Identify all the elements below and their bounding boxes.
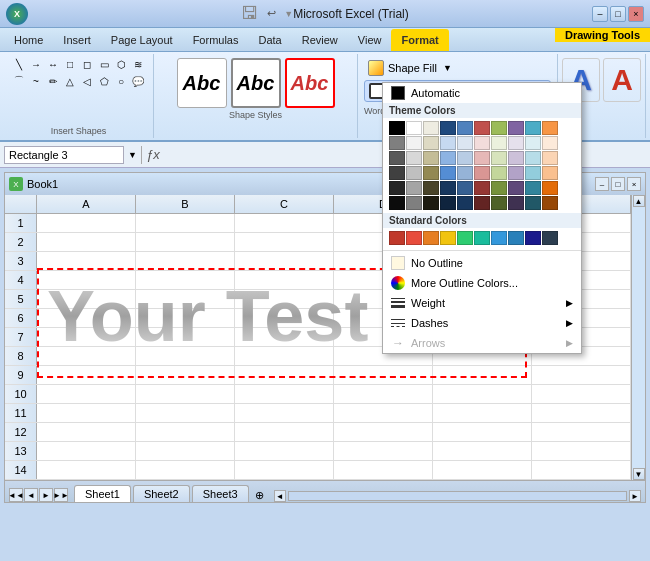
color-swatch[interactable] bbox=[474, 196, 490, 210]
weight-item[interactable]: Weight ▶ bbox=[383, 293, 581, 313]
more-colors-item[interactable]: More Outline Colors... bbox=[383, 273, 581, 293]
color-swatch[interactable] bbox=[508, 121, 524, 135]
sheet-nav-first[interactable]: ◄◄ bbox=[9, 488, 23, 502]
grid-cell[interactable] bbox=[433, 404, 532, 422]
col-c[interactable]: C bbox=[235, 195, 334, 213]
grid-cell[interactable] bbox=[334, 385, 433, 403]
color-swatch[interactable] bbox=[423, 196, 439, 210]
standard-color-swatch[interactable] bbox=[423, 231, 439, 245]
shape-style-btn-3[interactable]: Abc bbox=[285, 58, 335, 108]
color-swatch[interactable] bbox=[491, 196, 507, 210]
formula-dropdown-arrow[interactable]: ▼ bbox=[128, 150, 137, 160]
standard-color-swatch[interactable] bbox=[389, 231, 405, 245]
color-swatch[interactable] bbox=[525, 181, 541, 195]
undo-btn[interactable]: ↩ bbox=[267, 7, 276, 20]
standard-color-swatch[interactable] bbox=[508, 231, 524, 245]
grid-cell[interactable] bbox=[235, 423, 334, 441]
grid-cell[interactable] bbox=[532, 385, 631, 403]
color-swatch[interactable] bbox=[389, 151, 405, 165]
grid-cell[interactable] bbox=[532, 366, 631, 384]
color-swatch[interactable] bbox=[389, 121, 405, 135]
color-swatch[interactable] bbox=[457, 136, 473, 150]
color-swatch[interactable] bbox=[406, 166, 422, 180]
table-row[interactable]: 14 bbox=[5, 461, 631, 480]
round-rect-shape[interactable]: ▭ bbox=[96, 56, 112, 72]
shape-style-btn-1[interactable]: Abc bbox=[177, 58, 227, 108]
grid-cell[interactable] bbox=[235, 233, 334, 251]
color-swatch[interactable] bbox=[491, 151, 507, 165]
color-swatch[interactable] bbox=[508, 166, 524, 180]
grid-cell[interactable] bbox=[433, 385, 532, 403]
grid-cell[interactable] bbox=[235, 442, 334, 460]
arrow-shape[interactable]: → bbox=[28, 56, 44, 72]
color-swatch[interactable] bbox=[525, 196, 541, 210]
color-swatch[interactable] bbox=[440, 196, 456, 210]
color-swatch[interactable] bbox=[542, 136, 558, 150]
color-swatch[interactable] bbox=[508, 136, 524, 150]
grid-cell[interactable] bbox=[334, 404, 433, 422]
color-swatch[interactable] bbox=[474, 181, 490, 195]
color-swatch[interactable] bbox=[542, 166, 558, 180]
automatic-item[interactable]: Automatic bbox=[383, 83, 581, 103]
color-swatch[interactable] bbox=[440, 151, 456, 165]
color-swatch[interactable] bbox=[542, 151, 558, 165]
grid-cell[interactable] bbox=[433, 461, 532, 479]
color-swatch[interactable] bbox=[491, 121, 507, 135]
grid-cell[interactable] bbox=[433, 442, 532, 460]
grid-cell[interactable] bbox=[136, 404, 235, 422]
sheet-nav-prev[interactable]: ◄ bbox=[24, 488, 38, 502]
scroll-shape[interactable]: ≋ bbox=[130, 56, 146, 72]
grid-cell[interactable] bbox=[37, 404, 136, 422]
color-swatch[interactable] bbox=[406, 181, 422, 195]
sheet-nav-last[interactable]: ►► bbox=[54, 488, 68, 502]
grid-cell[interactable] bbox=[136, 423, 235, 441]
color-swatch[interactable] bbox=[491, 181, 507, 195]
table-row[interactable]: 10 bbox=[5, 385, 631, 404]
table-row[interactable]: 13 bbox=[5, 442, 631, 461]
sheet-tab-1[interactable]: Sheet1 bbox=[74, 485, 131, 502]
minimize-btn[interactable]: – bbox=[592, 6, 608, 22]
color-swatch[interactable] bbox=[457, 121, 473, 135]
color-swatch[interactable] bbox=[389, 181, 405, 195]
wb-close[interactable]: × bbox=[627, 177, 641, 191]
color-swatch[interactable] bbox=[474, 166, 490, 180]
grid-cell[interactable] bbox=[37, 385, 136, 403]
color-swatch[interactable] bbox=[542, 121, 558, 135]
cylinder-shape[interactable]: ⬡ bbox=[113, 56, 129, 72]
sheet-tab-3[interactable]: Sheet3 bbox=[192, 485, 249, 502]
color-swatch[interactable] bbox=[406, 151, 422, 165]
dbl-arrow-shape[interactable]: ↔ bbox=[45, 56, 61, 72]
standard-color-swatch[interactable] bbox=[525, 231, 541, 245]
sheet-nav-next[interactable]: ► bbox=[39, 488, 53, 502]
color-swatch[interactable] bbox=[491, 136, 507, 150]
grid-cell[interactable] bbox=[334, 461, 433, 479]
dashes-item[interactable]: Dashes ▶ bbox=[383, 313, 581, 333]
grid-cell[interactable] bbox=[532, 442, 631, 460]
table-row[interactable]: 12 bbox=[5, 423, 631, 442]
grid-cell[interactable] bbox=[37, 233, 136, 251]
grid-cell[interactable] bbox=[136, 214, 235, 232]
corner-rect-shape[interactable]: ◻ bbox=[79, 56, 95, 72]
name-box[interactable] bbox=[4, 146, 124, 164]
standard-color-swatch[interactable] bbox=[440, 231, 456, 245]
rect-shape[interactable]: □ bbox=[62, 56, 78, 72]
color-swatch[interactable] bbox=[389, 166, 405, 180]
line-shape[interactable]: ╲ bbox=[11, 56, 27, 72]
freeform-shape[interactable]: ✏ bbox=[45, 73, 61, 89]
rtri-shape[interactable]: ◁ bbox=[79, 73, 95, 89]
color-swatch[interactable] bbox=[457, 196, 473, 210]
color-swatch[interactable] bbox=[457, 166, 473, 180]
color-swatch[interactable] bbox=[474, 121, 490, 135]
standard-color-swatch[interactable] bbox=[474, 231, 490, 245]
standard-color-swatch[interactable] bbox=[542, 231, 558, 245]
grid-cell[interactable] bbox=[37, 461, 136, 479]
color-swatch[interactable] bbox=[525, 151, 541, 165]
table-row[interactable]: 11 bbox=[5, 404, 631, 423]
tab-review[interactable]: Review bbox=[292, 29, 348, 51]
color-swatch[interactable] bbox=[423, 181, 439, 195]
tab-data[interactable]: Data bbox=[248, 29, 291, 51]
color-swatch[interactable] bbox=[389, 136, 405, 150]
grid-cell[interactable] bbox=[235, 214, 334, 232]
penta-shape[interactable]: ⬠ bbox=[96, 73, 112, 89]
color-swatch[interactable] bbox=[389, 196, 405, 210]
